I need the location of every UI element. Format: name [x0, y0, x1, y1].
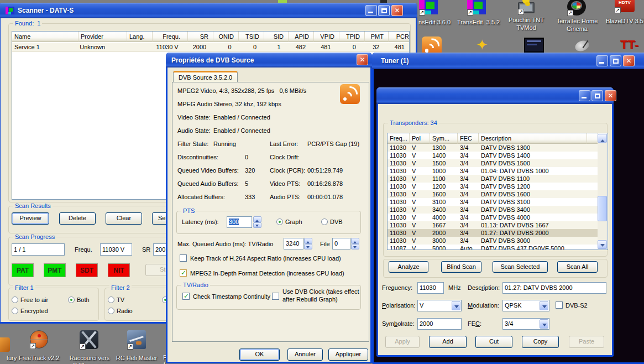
icon-label[interactable]: Raccourci vers: [65, 355, 114, 362]
copy-button[interactable]: Copy: [522, 336, 559, 348]
transponder-row[interactable]: 11030V34003/4DATV DVBS 3400: [388, 206, 598, 214]
icon-label[interactable]: RC Heli Master: [112, 355, 161, 362]
scanner-column-header[interactable]: Name: [12, 32, 78, 42]
tuner-back-titlebar[interactable]: Tuner (1) ✕: [372, 53, 644, 69]
clear-button[interactable]: Clear: [106, 212, 142, 225]
mpeg2-checkbox[interactable]: [180, 269, 187, 277]
apply-button[interactable]: Apply: [385, 336, 420, 348]
add-button[interactable]: Add: [429, 336, 467, 348]
minimize-button[interactable]: [596, 55, 608, 66]
star-icon[interactable]: ✦: [476, 38, 491, 53]
transponder-list[interactable]: Freq...PolSym...FECDescription 11030V130…: [387, 133, 608, 250]
desktop-icon-pouchin[interactable]: ↗ Pouchin TNT TVMod: [507, 0, 546, 37]
tuner-front-titlebar[interactable]: ✕: [376, 87, 614, 104]
chevron-down-icon[interactable]: [452, 301, 460, 310]
symbolrate-field[interactable]: 2000: [417, 318, 462, 330]
transponder-column-header[interactable]: Description: [479, 133, 587, 144]
dvb-radio[interactable]: [321, 219, 328, 225]
maximize-button[interactable]: [610, 55, 621, 66]
preview-button[interactable]: Preview: [12, 212, 49, 225]
desktop-icon-blazedtv[interactable]: HDTV ↗ BlazeDTV 3.5: [606, 0, 643, 31]
blind-scan-button[interactable]: Blind Scan: [441, 261, 481, 273]
minimize-button[interactable]: [579, 90, 590, 101]
tab-dvb-source[interactable]: DVB Source 3.5.2.0: [173, 71, 238, 82]
scanner-column-header[interactable]: SR: [188, 32, 213, 42]
paste-button[interactable]: Paste: [569, 336, 604, 348]
maximize-button[interactable]: [378, 5, 390, 16]
radio-label[interactable]: Radio: [117, 308, 133, 314]
dvbclock-checkbox[interactable]: [272, 293, 279, 300]
free-to-air-radio[interactable]: [12, 297, 18, 303]
transponder-row[interactable]: 11030V10003/401.04: DATV DVBS 1000: [388, 167, 598, 175]
desktop-icon-xplane[interactable]: ↗ Raccourci vers X-Plane.exe: [65, 330, 114, 364]
max-audio-spinner[interactable]: [304, 238, 312, 249]
cancel-button[interactable]: Annuler: [287, 349, 323, 361]
chevron-down-icon[interactable]: [540, 301, 548, 310]
transponder-row[interactable]: 11030V31003/4DATV DVBS 3100: [388, 198, 598, 206]
close-button[interactable]: ✕: [357, 54, 368, 65]
desktop-icon-freetrack[interactable]: ↗ FreeTrack v2.2: [15, 330, 62, 364]
icon-label[interactable]: BlazeDTV 3.5: [606, 18, 643, 25]
transponder-row[interactable]: 11030V15003/4DATV DVBS 1500: [388, 159, 598, 167]
transponder-column-header[interactable]: Pol: [410, 133, 430, 144]
dvbs2-label[interactable]: DVB-S2: [566, 302, 588, 309]
desktop-icon-rcheli[interactable]: ↗ RC Heli Master: [112, 330, 161, 364]
desktop-icon-transedit360[interactable]: ↗ nsEdit 3.6.0: [418, 0, 453, 32]
transponder-row[interactable]: 11087V5000AutoDATV DVBS 437 DG0VE 5000: [388, 245, 598, 249]
icon-label[interactable]: TerraTec Home: [554, 18, 600, 25]
maximize-button[interactable]: [591, 90, 603, 101]
scanner-column-header[interactable]: PCR: [389, 32, 410, 42]
close-button[interactable]: ✕: [605, 90, 616, 101]
transponder-row[interactable]: 11030V11003/4DATV DVBS 1100: [388, 175, 598, 183]
icon-label[interactable]: nsEdit 3.6.0: [418, 19, 454, 26]
scanner-column-header[interactable]: Lang.: [127, 32, 153, 42]
transponder-row[interactable]: 11030V13003/4DATV DVBS 1300: [388, 144, 598, 152]
scanner-column-header[interactable]: Provider: [78, 32, 127, 42]
desktop-icon-transedit352[interactable]: ↗ TransEdit 3.5.2: [457, 0, 498, 32]
icon-label[interactable]: FreeTrack v2.2: [15, 355, 62, 362]
progress-count-field[interactable]: 1 / 1: [12, 243, 65, 256]
analyze-button[interactable]: Analyze: [389, 261, 428, 273]
transponder-row[interactable]: 11030V20003/401.27: DATV DVBS 2000: [388, 229, 598, 237]
scanner-column-header[interactable]: SID: [264, 32, 289, 42]
icon-label[interactable]: TransEdit 3.5.2: [457, 19, 498, 26]
mpeg2-label[interactable]: MPEG2 In-Depth Format Detection (increas…: [190, 270, 344, 277]
both-radio[interactable]: [68, 297, 75, 303]
max-queued-audio-field[interactable]: 3240: [284, 238, 303, 249]
cut-button[interactable]: Cut: [475, 336, 512, 348]
close-button[interactable]: ✕: [623, 55, 635, 66]
dvb-label[interactable]: DVB: [330, 219, 343, 225]
scanner-column-header[interactable]: Frequ.: [153, 32, 188, 42]
close-button[interactable]: ✕: [391, 5, 403, 16]
file-field[interactable]: 0: [332, 238, 350, 249]
frequency-field[interactable]: 11030: [417, 282, 444, 294]
scanner-titlebar[interactable]: Scanner - DATV-S ✕: [0, 3, 417, 18]
h264-checkbox[interactable]: [180, 254, 187, 262]
icon-label[interactable]: Pouchin TNT: [507, 17, 546, 24]
desktop-icon-terratec[interactable]: ↗ TerraTec Home Cinema: [554, 0, 600, 38]
transponder-column-header[interactable]: FEC: [458, 133, 479, 144]
minimize-button[interactable]: [365, 5, 377, 16]
both-label[interactable]: Both: [77, 297, 90, 303]
file-spinner[interactable]: [351, 238, 359, 249]
scanner-service-row[interactable]: Service 1Unknown11030 V20000014824810324…: [12, 43, 409, 52]
transponder-row[interactable]: 11030V30003/4DATV DVBS 3000: [388, 237, 598, 245]
scrollbar[interactable]: [598, 134, 607, 249]
transponder-column-header[interactable]: Sym...: [430, 133, 458, 144]
h264-label[interactable]: Keep Track of H.264 Aspect Ratio (increa…: [190, 255, 341, 262]
satellite-dish-icon[interactable]: [574, 40, 593, 53]
description-field[interactable]: 01.27: DATV DVBS 2000: [502, 282, 606, 294]
apply-button[interactable]: Appliquer: [328, 349, 368, 361]
scanner-column-header[interactable]: TSID: [239, 32, 264, 42]
scan-all-button[interactable]: Scan All: [557, 261, 598, 273]
transponder-row[interactable]: 11030V40003/4DATV DVBS 4000: [388, 214, 598, 221]
scan-selected-button[interactable]: Scan Selected: [493, 261, 548, 273]
dialog-titlebar[interactable]: Propriétés de DVB Source ✕: [166, 53, 372, 67]
scanner-column-header[interactable]: TPID: [339, 32, 365, 42]
console-icon[interactable]: [524, 38, 544, 53]
scanner-column-header[interactable]: VPID: [314, 32, 339, 42]
encrypted-radio[interactable]: [12, 308, 18, 314]
scanner-column-header[interactable]: APID: [289, 32, 314, 42]
dvbs2-checkbox[interactable]: [556, 301, 563, 309]
fec-select[interactable]: 3/4: [502, 318, 549, 330]
